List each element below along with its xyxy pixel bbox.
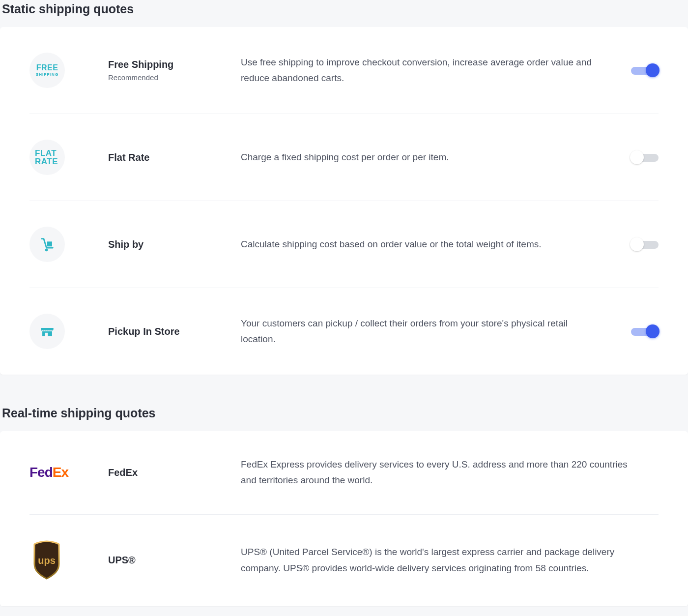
free-shipping-icon: FREE SHIPPING: [29, 53, 65, 88]
toggle-free-shipping[interactable]: [631, 63, 659, 77]
icon-col: [29, 227, 108, 262]
name-col: Pickup In Store: [108, 326, 241, 337]
name-col: Flat Rate: [108, 152, 241, 163]
hand-truck-icon: [29, 227, 65, 262]
fedex-logo: FedEx: [29, 465, 108, 480]
name-col: UPS®: [108, 555, 241, 566]
icon-col: [29, 314, 108, 349]
toggle-flat-rate[interactable]: [631, 150, 659, 164]
toggle-pickup[interactable]: [631, 324, 659, 338]
toggle-col: [619, 63, 659, 77]
method-description: Your customers can pickup / collect thei…: [241, 316, 619, 348]
carrier-name: FedEx: [108, 467, 241, 478]
method-description: Use free shipping to improve checkout co…: [241, 55, 619, 87]
name-col: FedEx: [108, 467, 241, 478]
toggle-col: [619, 150, 659, 164]
carrier-name: UPS®: [108, 555, 241, 566]
flat-rate-icon: FLAT RATE: [29, 140, 65, 175]
realtime-section: Real-time shipping quotes FedEx FedEx Fe…: [0, 404, 688, 606]
recommended-badge: Recommended: [108, 73, 241, 82]
icon-col: FLAT RATE: [29, 140, 108, 175]
svg-rect-1: [47, 241, 52, 246]
carrier-description: UPS® (United Parcel Service®) is the wor…: [241, 544, 659, 576]
svg-rect-3: [45, 333, 48, 336]
static-card: FREE SHIPPING Free Shipping Recommended …: [0, 27, 688, 375]
method-name: Flat Rate: [108, 152, 241, 163]
section-title-realtime: Real-time shipping quotes: [0, 404, 688, 431]
svg-point-0: [45, 249, 48, 252]
name-col: Ship by: [108, 239, 241, 250]
method-description: Charge a fixed shipping cost per order o…: [241, 149, 619, 165]
shipping-row-flat-rate: FLAT RATE Flat Rate Charge a fixed shipp…: [29, 114, 659, 201]
toggle-col: [619, 324, 659, 338]
carrier-row-fedex: FedEx FedEx FedEx Express provides deliv…: [29, 431, 659, 515]
method-name: Pickup In Store: [108, 326, 241, 337]
method-name: Free Shipping: [108, 59, 241, 70]
static-section: Static shipping quotes FREE SHIPPING Fre…: [0, 0, 688, 375]
ups-logo: ups: [29, 540, 108, 581]
method-name: Ship by: [108, 239, 241, 250]
method-description: Calculate shipping cost based on order v…: [241, 236, 619, 252]
carrier-row-ups: ups UPS® UPS® (United Parcel Service®) i…: [29, 515, 659, 606]
toggle-col: [619, 237, 659, 251]
shipping-row-free-shipping: FREE SHIPPING Free Shipping Recommended …: [29, 27, 659, 114]
toggle-ship-by[interactable]: [631, 237, 659, 251]
name-col: Free Shipping Recommended: [108, 59, 241, 82]
realtime-card: FedEx FedEx FedEx Express provides deliv…: [0, 431, 688, 606]
icon-col: FREE SHIPPING: [29, 53, 108, 88]
shipping-row-pickup: Pickup In Store Your customers can picku…: [29, 288, 659, 375]
section-title-static: Static shipping quotes: [0, 0, 688, 27]
shipping-row-ship-by: Ship by Calculate shipping cost based on…: [29, 201, 659, 288]
carrier-description: FedEx Express provides delivery services…: [241, 457, 659, 489]
svg-text:ups: ups: [38, 555, 56, 566]
store-icon: [29, 314, 65, 349]
